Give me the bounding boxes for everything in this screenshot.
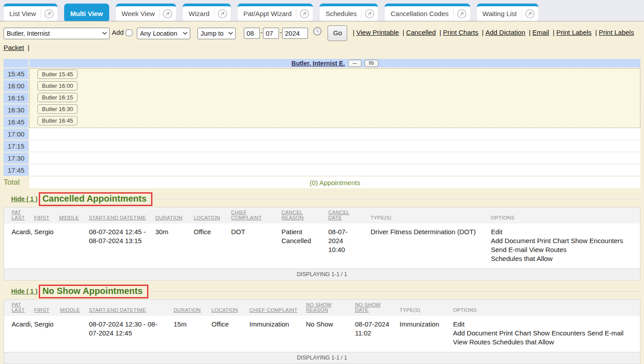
open-in-new-window-icon[interactable] [525, 9, 535, 19]
slot-button[interactable]: Butler 16:30 [37, 104, 78, 114]
tab-label: Wizard [189, 10, 209, 17]
col-location[interactable]: LOCATION [190, 207, 228, 224]
col-cancel-date[interactable]: CANCEL DATE [325, 207, 367, 224]
col-duration[interactable]: DURATION [152, 207, 190, 224]
empty-schedule-row [29, 140, 640, 152]
link-separator: | [527, 29, 533, 36]
option-actions[interactable]: Add Document Print Chart Show Encounters… [453, 329, 637, 347]
slot-button[interactable]: Butler 16:00 [37, 81, 78, 91]
tab-week-view[interactable]: Week View [116, 4, 176, 21]
open-in-new-window-icon[interactable] [217, 9, 227, 19]
add-dictation-link[interactable]: Add Dictation [485, 29, 525, 36]
print-charts-link[interactable]: Print Charts [443, 29, 478, 36]
time-label: 16:15 [4, 92, 29, 103]
col-types: TYPE(S) [367, 207, 488, 224]
col-chief-complaint[interactable]: CHIEF COMPLAINT [246, 300, 303, 316]
cancelled-hide-link[interactable]: Hide ( 1 ) [11, 195, 37, 203]
link-separator: | [480, 29, 485, 36]
option-actions[interactable]: Edit [491, 228, 637, 236]
tab-cancellation-codes[interactable]: Cancellation Codes [385, 4, 470, 21]
tab-multi-view[interactable]: Multi View [64, 4, 109, 21]
open-in-new-window-icon[interactable] [44, 9, 54, 19]
open-in-new-window-icon[interactable] [163, 9, 172, 19]
date-year-input[interactable] [282, 28, 308, 39]
appointment-types: Immunization [396, 316, 450, 352]
chevron-down-icon [102, 32, 107, 35]
time-label: 17:15 [4, 141, 29, 152]
cancelled-appointments-table: PAT LAST FIRST MIDDLE START-END DATETIME… [4, 207, 640, 281]
option-actions[interactable]: Edit [453, 320, 637, 329]
tab-pat-appt-wizard[interactable]: Pat/Appt Wizard [238, 4, 313, 21]
print-labels-link[interactable]: Print Labels [556, 29, 591, 36]
collapse-column-button[interactable]: — [348, 60, 361, 67]
col-location[interactable]: LOCATION [208, 300, 246, 316]
time-label: 17:45 [4, 165, 29, 176]
email-link[interactable]: Email [533, 29, 550, 36]
col-no-show-date[interactable]: NO SHOW DATE [352, 300, 396, 316]
slot-button[interactable]: Butler 16:15 [37, 93, 78, 102]
date-month-input[interactable] [244, 28, 260, 39]
location-select[interactable]: Any Location [137, 28, 190, 39]
cancelled-link[interactable]: Cancelled [406, 29, 436, 36]
link-separator: | [26, 44, 31, 51]
no-show-section-title: No Show Appointments [42, 286, 143, 296]
clock-icon[interactable] [312, 30, 322, 37]
col-pat-last[interactable]: PAT LAST [4, 300, 31, 316]
provider-select-value: Butler, Internist [7, 27, 50, 40]
provider-select[interactable]: Butler, Internist [4, 28, 110, 39]
option-actions[interactable]: Schedules that Allow [491, 254, 637, 263]
jump-to-select-value: Jump to [201, 27, 224, 40]
tab-divider [296, 9, 296, 19]
provider-header-link[interactable]: Butler, Internist E. [291, 60, 345, 67]
add-checkbox[interactable] [126, 29, 132, 36]
fb-toggle-button[interactable]: f/b [365, 60, 378, 67]
cancelled-section-title: Cancelled Appointments [42, 194, 147, 203]
col-start-end-datetime[interactable]: START-END DATETIME [86, 300, 170, 316]
col-middle[interactable]: MIDDLE [57, 300, 86, 316]
col-cancel-reason[interactable]: CANCEL REASON [278, 207, 325, 224]
tab-schedules[interactable]: Schedules [320, 4, 378, 21]
option-actions[interactable]: Add Document Print Chart Show Encounters… [491, 236, 637, 254]
tab-divider [214, 9, 214, 19]
tab-wizard[interactable]: Wizard [183, 4, 231, 21]
time-column-header [4, 59, 29, 67]
col-first[interactable]: FIRST [31, 207, 56, 224]
open-in-new-window-icon[interactable] [299, 9, 309, 19]
col-start-end-datetime[interactable]: START-END DATETIME [86, 207, 152, 224]
tab-label: Multi View [70, 10, 103, 17]
cancelled-table-footer: DISPLAYING 1-1 / 1 [4, 269, 640, 281]
location: Office [190, 223, 228, 269]
col-first[interactable]: FIRST [31, 300, 57, 316]
jump-to-select[interactable]: Jump to [197, 28, 236, 39]
no-show-hide-link[interactable]: Hide ( 1 ) [11, 288, 37, 295]
empty-schedule-row [29, 128, 640, 140]
tab-label: Waiting List [483, 10, 517, 17]
date-separator: - [260, 29, 263, 36]
location: Office [208, 316, 246, 352]
view-printable-link[interactable]: View Printable [356, 29, 399, 36]
cancel-date-value: 08-07-2024 10:40 [328, 228, 354, 254]
col-duration[interactable]: DURATION [170, 300, 208, 316]
col-options: OPTIONS [450, 300, 640, 316]
duration: 30m [152, 223, 190, 269]
time-label: 16:45 [4, 116, 29, 128]
no-show-appointments-table: PAT LAST FIRST MIDDLE START-END DATETIME… [4, 299, 640, 364]
no-show-appointment-row: Acardi, Sergio 08-07-2024 12:30 - 08-07-… [4, 316, 640, 352]
slot-button[interactable]: Butler 16:45 [37, 116, 78, 125]
open-in-new-window-icon[interactable] [457, 9, 467, 19]
col-middle[interactable]: MIDDLE [56, 207, 86, 224]
tab-bar: List View Multi View Week View Wizard Pa… [0, 0, 644, 21]
col-no-show-reason[interactable]: NO SHOW REASON [303, 300, 352, 316]
tab-list-view[interactable]: List View [4, 4, 57, 21]
link-separator: | [438, 29, 443, 36]
date-separator: - [279, 29, 282, 36]
tab-waiting-list[interactable]: Waiting List [477, 4, 538, 21]
go-button[interactable]: Go [328, 25, 347, 41]
open-in-new-window-icon[interactable] [365, 9, 374, 19]
date-day-input[interactable] [263, 28, 279, 39]
annotation-box: No Show Appointments [39, 285, 148, 298]
col-pat-last[interactable]: PAT LAST [4, 207, 31, 224]
slot-button[interactable]: Butler 15:45 [37, 70, 78, 79]
col-chief-complaint[interactable]: CHIEF COMPLAINT [228, 207, 278, 224]
cancelled-table-header-row: PAT LAST FIRST MIDDLE START-END DATETIME… [4, 207, 640, 224]
